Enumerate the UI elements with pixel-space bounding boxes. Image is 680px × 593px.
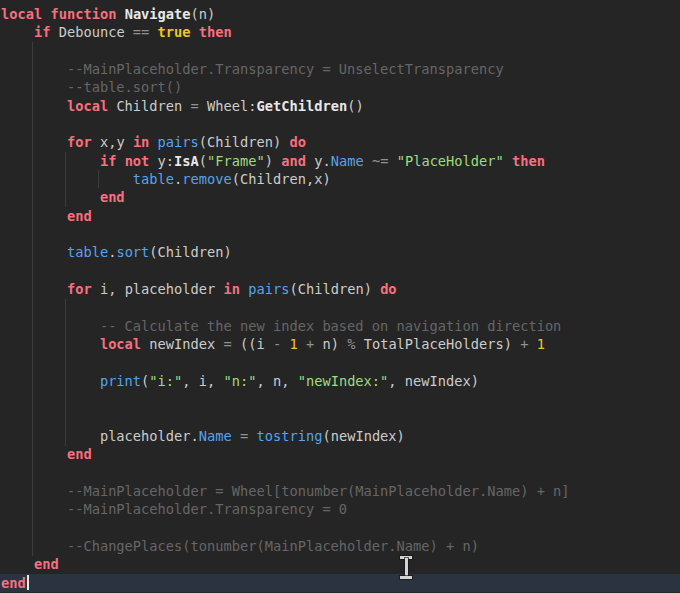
code-token <box>232 428 240 444</box>
code-token: "i:" <box>149 373 182 389</box>
code-line[interactable]: for x,y in pairs(Children) do <box>1 133 680 151</box>
code-token: 1 <box>537 336 545 352</box>
code-token <box>149 24 157 40</box>
code-token: not <box>125 153 150 169</box>
code-token: TotalPlaceHolders) <box>355 336 520 352</box>
code-line[interactable] <box>1 390 680 408</box>
code-token: then <box>199 24 232 40</box>
code-token <box>116 6 124 22</box>
code-token: tostring <box>257 428 323 444</box>
code-token: true <box>158 24 191 40</box>
code-token: do <box>289 134 305 150</box>
code-line[interactable] <box>1 262 680 280</box>
code-token <box>1 208 67 224</box>
code-token: (newIndex) <box>322 428 404 444</box>
code-token: (Children) <box>289 281 380 297</box>
code-token: for <box>67 281 92 297</box>
code-token: ~= <box>372 153 388 169</box>
code-token: --table.sort() <box>1 79 182 95</box>
code-token: end <box>67 446 92 462</box>
code-token: end <box>1 575 26 591</box>
code-token: = <box>240 428 248 444</box>
code-token: GetChildren <box>256 98 347 114</box>
code-line[interactable]: local newIndex = ((i - 1 + n) % TotalPla… <box>1 335 680 353</box>
code-token: print <box>100 373 141 389</box>
code-token: Name <box>331 153 364 169</box>
code-token: and <box>281 153 306 169</box>
code-line[interactable]: if not y:IsA("Frame") and y.Name ~= "Pla… <box>1 152 680 170</box>
code-token: table <box>67 244 108 260</box>
code-lines: local function Navigate(n) if Debounce =… <box>1 5 680 592</box>
code-token <box>1 24 34 40</box>
code-token: , n, <box>256 373 297 389</box>
code-token <box>191 24 199 40</box>
code-token: --MainPlaceholder = Wheel[tonumber(MainP… <box>1 483 570 499</box>
code-token: --MainPlaceholder.Transparency = 0 <box>1 501 347 517</box>
code-token: n) <box>314 336 347 352</box>
code-token: table <box>133 171 174 187</box>
code-line[interactable] <box>1 225 680 243</box>
code-line[interactable] <box>1 519 680 537</box>
code-line[interactable]: --table.sort() <box>1 78 680 96</box>
code-token: "Frame" <box>207 153 265 169</box>
code-line[interactable]: print("i:", i, "n:", n, "newIndex:", new… <box>1 372 680 390</box>
code-line[interactable]: if Debounce == true then <box>1 23 680 41</box>
code-token: () <box>347 98 363 114</box>
code-line[interactable] <box>1 42 680 60</box>
code-token: ((i <box>232 336 273 352</box>
script-editor[interactable]: local function Navigate(n) if Debounce =… <box>0 0 680 593</box>
code-token: Debounce <box>50 24 132 40</box>
code-token <box>504 153 512 169</box>
code-token: , newIndex) <box>388 373 479 389</box>
code-line[interactable]: -- Calculate the new index based on navi… <box>1 317 680 335</box>
text-caret <box>27 575 29 590</box>
code-token <box>116 153 124 169</box>
code-token: in <box>133 134 149 150</box>
code-line[interactable]: end <box>1 207 680 225</box>
code-line[interactable]: local function Navigate(n) <box>1 5 680 23</box>
code-line[interactable]: --MainPlaceholder.Transparency = Unselec… <box>1 60 680 78</box>
code-token: (Children) <box>199 134 290 150</box>
code-line[interactable]: for i, placeholder in pairs(Children) do <box>1 280 680 298</box>
code-line[interactable]: --MainPlaceholder.Transparency = 0 <box>1 500 680 518</box>
code-line[interactable]: local Children = Wheel:GetChildren() <box>1 97 680 115</box>
code-token <box>1 153 100 169</box>
code-token: (n) <box>191 6 216 22</box>
code-token: local <box>100 336 141 352</box>
code-token <box>364 153 372 169</box>
code-token: local <box>1 6 42 22</box>
code-line[interactable]: end <box>0 574 680 592</box>
code-token: Navigate <box>125 6 191 22</box>
code-token: end <box>67 208 92 224</box>
code-token: for <box>67 134 92 150</box>
code-token: "n:" <box>224 373 257 389</box>
code-line[interactable] <box>1 354 680 372</box>
code-line[interactable] <box>1 464 680 482</box>
code-line[interactable]: placeholder.Name = tostring(newIndex) <box>1 427 680 445</box>
code-token <box>1 446 67 462</box>
code-token <box>248 428 256 444</box>
code-token: then <box>512 153 545 169</box>
code-line[interactable]: table.sort(Children) <box>1 243 680 261</box>
code-line[interactable]: end <box>1 188 680 206</box>
code-token: + <box>306 336 314 352</box>
code-token: remove <box>182 171 231 187</box>
code-line[interactable]: table.remove(Children,x) <box>1 170 680 188</box>
code-line[interactable]: --MainPlaceholder = Wheel[tonumber(MainP… <box>1 482 680 500</box>
code-token <box>1 98 67 114</box>
code-token <box>1 134 67 150</box>
code-line[interactable]: --ChangePlaces(tonumber(MainPlaceholder.… <box>1 537 680 555</box>
code-line[interactable]: end <box>1 555 680 573</box>
code-token: if <box>100 153 116 169</box>
code-line[interactable] <box>1 115 680 133</box>
code-token: Children <box>108 98 190 114</box>
code-line[interactable]: end <box>1 445 680 463</box>
code-line[interactable] <box>1 409 680 427</box>
code-token: = <box>224 336 232 352</box>
code-token: "PlaceHolder" <box>397 153 504 169</box>
code-token <box>1 556 34 572</box>
code-token: newIndex <box>141 336 223 352</box>
code-token: end <box>100 189 125 205</box>
code-token: ) <box>265 153 281 169</box>
code-line[interactable] <box>1 299 680 317</box>
